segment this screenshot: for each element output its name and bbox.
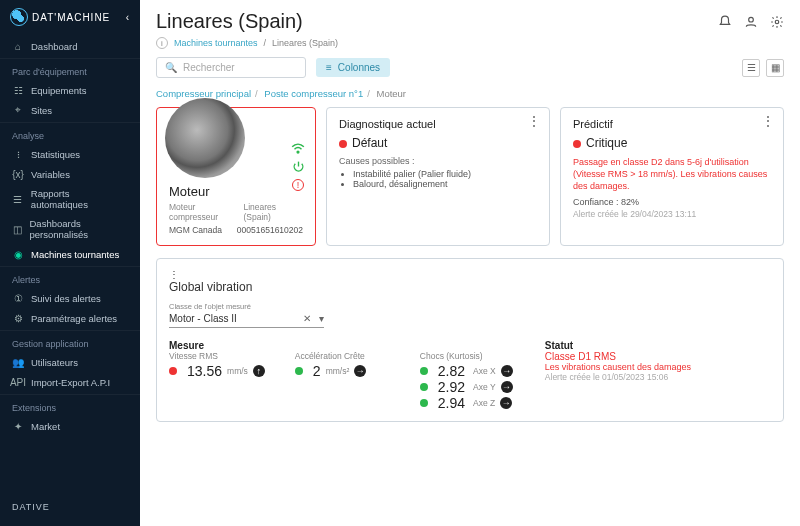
cause-item: Balourd, désalignement <box>353 179 537 189</box>
users-icon: 👥 <box>12 356 24 368</box>
stats-icon: ⫶ <box>12 148 24 160</box>
search-placeholder: Rechercher <box>183 62 235 73</box>
measure-value: 2 <box>313 363 321 379</box>
crumb-parent[interactable]: Machines tournantes <box>174 38 258 48</box>
more-icon[interactable]: ⋮ <box>527 116 541 126</box>
sidebar-section-parc: Parc d'équipement <box>0 58 140 80</box>
trend-right-icon: → <box>500 397 512 409</box>
measure-title: Mesure <box>169 340 265 351</box>
sidebar-item-machines-tournantes[interactable]: ◉Machines tournantes <box>0 244 140 264</box>
sidebar-item-label: Variables <box>31 169 70 180</box>
view-list-icon[interactable]: ☰ <box>742 59 760 77</box>
status-dot-red <box>169 367 177 375</box>
machine-card[interactable]: ! Moteur Moteur compresseur Lineares (Sp… <box>156 107 316 246</box>
status-msg: Les vibrations causent des damages <box>545 362 691 372</box>
sidebar-item-import-export[interactable]: APIImport-Export A.P.I <box>0 372 140 392</box>
brand-name: DAT'MACHINE <box>32 12 110 23</box>
machine-status-icons: ! <box>291 142 305 191</box>
machine-manufacturer: MGM Canada <box>169 225 222 235</box>
status-dot-green <box>420 383 428 391</box>
crumb-current: Lineares (Spain) <box>272 38 338 48</box>
svg-point-0 <box>749 17 754 22</box>
diagnostic-card: ⋮ Diagnostique actuel Défaut Causes poss… <box>326 107 550 246</box>
equip-icon: ☷ <box>12 84 24 96</box>
sidebar-item-label: Import-Export A.P.I <box>31 377 110 388</box>
logo-icon <box>10 8 28 26</box>
param-icon: ⚙ <box>12 312 24 324</box>
settings-icon[interactable] <box>770 15 784 29</box>
trend-right-icon: → <box>501 365 513 377</box>
columns-icon: ≡ <box>326 62 332 73</box>
sidebar-item-label: Equipements <box>31 85 86 96</box>
sidebar-section-alertes: Alertes <box>0 266 140 288</box>
sidebar-item-variables[interactable]: {x}Variables <box>0 164 140 184</box>
shock-value: 2.92 <box>438 379 465 395</box>
status-column: Statut Classe D1 RMS Les vibrations caus… <box>545 340 691 411</box>
more-icon[interactable]: ⋮ <box>761 116 775 126</box>
subcrumb-3: Moteur <box>376 88 406 99</box>
sidebar-item-label: Dashboard <box>31 41 77 52</box>
puzzle-icon: ✦ <box>12 420 24 432</box>
measures: Mesure Vitesse RMS 13.56 mm/s ↑ Accéléra… <box>169 340 771 411</box>
breadcrumb: i Machines tournantes / Lineares (Spain) <box>140 37 800 57</box>
api-icon: API <box>12 376 24 388</box>
dash-icon: ◫ <box>12 223 23 235</box>
sidebar-item-suivi-alertes[interactable]: ①Suivi des alertes <box>0 288 140 308</box>
power-icon <box>292 160 305 173</box>
subcrumb-2[interactable]: Poste compresseur n°1 <box>264 88 363 99</box>
report-icon: ☰ <box>12 193 24 205</box>
sidebar-item-dashboard[interactable]: ⌂ Dashboard <box>0 36 140 56</box>
collapse-sidebar-icon[interactable]: ‹ <box>126 12 130 23</box>
class-select[interactable]: Classe de l'objet mesuré Motor - Class I… <box>169 302 324 328</box>
sidebar-item-sites[interactable]: ⌖Sites <box>0 100 140 120</box>
account-icon[interactable] <box>744 15 758 29</box>
clear-icon[interactable]: ✕ ▾ <box>303 313 324 324</box>
svg-point-1 <box>775 20 779 24</box>
sidebar-item-label: Machines tournantes <box>31 249 119 260</box>
status-class: Classe D1 RMS <box>545 351 691 362</box>
sidebar-item-label: Market <box>31 421 60 432</box>
notifications-icon[interactable] <box>718 15 732 29</box>
wifi-icon <box>291 142 305 154</box>
brand-logo: DAT'MACHINE <box>10 8 110 26</box>
footer-brand: DATIVE <box>0 496 140 518</box>
info-icon[interactable]: i <box>156 37 168 49</box>
measure-shocks: Chocs (Kurtosis) 2.82Axe X→ 2.92Axe Y→ 2… <box>420 340 515 411</box>
cards-row: ! Moteur Moteur compresseur Lineares (Sp… <box>140 107 800 258</box>
status-created: Alerte créée le 01/05/2023 15:06 <box>545 372 691 382</box>
axis-label: Axe X <box>473 366 496 376</box>
view-grid-icon[interactable]: ▦ <box>766 59 784 77</box>
global-title: Global vibration <box>169 280 771 294</box>
sidebar-item-utilisateurs[interactable]: 👥Utilisateurs <box>0 352 140 372</box>
machine-meta2: MGM Canada 00051651610202 <box>169 225 303 235</box>
shocks-label: Chocs (Kurtosis) <box>420 351 515 361</box>
topbar: Lineares (Spain) <box>140 0 800 37</box>
logo-row: DAT'MACHINE ‹ <box>0 8 140 36</box>
predictive-title: Prédictif <box>573 118 771 130</box>
machine-image <box>165 98 245 178</box>
sidebar-item-market[interactable]: ✦Market <box>0 416 140 436</box>
search-input[interactable]: 🔍 Rechercher <box>156 57 306 78</box>
columns-button[interactable]: ≡ Colonnes <box>316 58 390 77</box>
predictive-created: Alerte créée le 29/04/2023 13:11 <box>573 209 771 219</box>
page-title: Lineares (Spain) <box>156 10 303 33</box>
diagnostic-state: Défaut <box>339 136 537 150</box>
bell-icon: ① <box>12 292 24 304</box>
status-dot-green <box>420 367 428 375</box>
sidebar-item-dashboards-perso[interactable]: ◫Dashboards personnalisés <box>0 214 140 244</box>
sidebar-item-equipements[interactable]: ☷Equipements <box>0 80 140 100</box>
status-dot-green <box>295 367 303 375</box>
more-icon[interactable]: ⋮ <box>169 269 179 280</box>
measure-value: 13.56 <box>187 363 222 379</box>
trend-right-icon: → <box>354 365 366 377</box>
sidebar-item-rapports[interactable]: ☰Rapports automatiques <box>0 184 140 214</box>
measure-label: Accélération Crête <box>295 351 390 361</box>
top-icons <box>718 15 784 29</box>
sidebar-item-label: Rapports automatiques <box>31 188 128 210</box>
sidebar-item-param-alertes[interactable]: ⚙Paramétrage alertes <box>0 308 140 328</box>
trend-up-icon: ↑ <box>253 365 265 377</box>
measure-label: Vitesse RMS <box>169 351 265 361</box>
sidebar-item-statistiques[interactable]: ⫶Statistiques <box>0 144 140 164</box>
sidebar-item-label: Dashboards personnalisés <box>30 218 129 240</box>
sidebar: DAT'MACHINE ‹ ⌂ Dashboard Parc d'équipem… <box>0 0 140 526</box>
